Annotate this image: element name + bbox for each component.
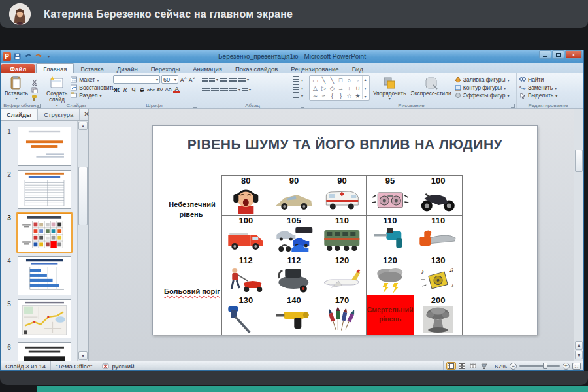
normal-view-button[interactable] (446, 362, 456, 370)
slide-thumbnail-5[interactable]: 5 (1, 299, 77, 338)
shape-outline-button[interactable]: Контур фигуры▾ (455, 84, 510, 91)
shape-glyph[interactable]: } (336, 92, 345, 100)
noise-cell-hammer-drill[interactable]: 110 (366, 216, 414, 255)
shapes-gallery[interactable]: ▭╲╲□○◦△▷◇→↓∪∼≈{}☆★ ▴▾▾ (309, 75, 370, 101)
shape-glyph[interactable]: ○ (345, 76, 353, 84)
drawing-dialog-launcher[interactable] (511, 104, 515, 108)
zoom-out-icon[interactable]: − (510, 363, 517, 370)
thumbnail-preview-table-slide[interactable] (18, 170, 71, 209)
paste-button[interactable]: Вставить▾ (3, 75, 29, 101)
copy-icon[interactable] (31, 84, 38, 91)
numbering-icon[interactable] (209, 76, 215, 82)
language-indicator[interactable]: русский (112, 363, 134, 370)
slide-thumbnail-1[interactable]: 1 (1, 127, 77, 166)
thumbnail-preview-text-slide[interactable] (18, 342, 71, 361)
ribbon-tab-файл[interactable]: Файл (1, 64, 35, 73)
noise-cell-screaming-child[interactable]: 80 (222, 176, 270, 216)
shape-glyph[interactable]: ∼ (311, 92, 319, 100)
spellcheck-status[interactable]: русский (97, 361, 139, 370)
zoom-in-icon[interactable]: + (563, 363, 570, 370)
noise-cell-storm-cloud[interactable]: 120 (366, 255, 414, 295)
font-dialog-launcher[interactable] (193, 104, 197, 108)
shape-effects-button[interactable]: Эффекты фигур▾ (455, 92, 510, 99)
section-button[interactable]: Раздел▾ (71, 92, 114, 99)
previous-slide-icon[interactable]: ▲ (575, 341, 583, 350)
shape-glyph[interactable]: ≈ (319, 92, 328, 100)
select-button[interactable]: Выделить▾ (519, 92, 577, 99)
shape-glyph[interactable]: → (336, 84, 345, 92)
align-text-button[interactable]: ▾ (293, 84, 303, 91)
shape-glyph[interactable]: ☆ (345, 92, 353, 100)
slide-title[interactable]: РІВЕНЬ ШУМУ ТА ЙОГО ВПЛИВ НА ЛЮДИНУ (166, 137, 524, 152)
arrange-button[interactable]: Упорядочить▾ (372, 75, 408, 101)
shape-glyph[interactable]: ↓ (345, 84, 353, 92)
noise-cell-motorcycle[interactable]: 100 (414, 176, 463, 216)
layout-button[interactable]: Макет▾ (71, 76, 114, 83)
maximize-button[interactable] (552, 50, 564, 59)
noise-cell-fireworks[interactable]: 170 (318, 295, 367, 335)
replace-button[interactable]: ab Заменить▾ (519, 84, 577, 91)
ribbon-tab-дизайн[interactable]: Дизайн (110, 64, 144, 73)
thumbnail-preview-title-slide[interactable] (18, 127, 71, 166)
justify-icon[interactable] (229, 86, 237, 92)
shape-glyph[interactable]: { (328, 92, 336, 100)
shape-glyph[interactable]: ∪ (353, 84, 362, 92)
fit-to-window-icon[interactable]: ⛶ (572, 363, 581, 370)
thumbnail-preview-bar-chart-slide[interactable] (18, 256, 71, 295)
noise-cell-jackhammer[interactable]: 130 (222, 295, 270, 335)
strikethrough-button[interactable]: S (139, 86, 146, 93)
align-left-icon[interactable] (202, 86, 210, 92)
noise-cell-ambulance[interactable]: 90 (318, 176, 367, 216)
bold-button[interactable]: Ж (113, 86, 120, 93)
align-center-icon[interactable] (211, 86, 219, 92)
columns-icon[interactable] (242, 86, 248, 92)
decrease-indent-icon[interactable] (220, 76, 227, 82)
tab-outline[interactable]: Структура (38, 109, 80, 120)
find-button[interactable]: Найти (519, 76, 577, 83)
format-painter-icon[interactable] (31, 92, 38, 99)
zoom-slider[interactable] (519, 365, 560, 367)
align-right-icon[interactable] (220, 86, 228, 92)
noise-cell-sports-car[interactable]: 90 (270, 176, 318, 216)
dangerous-level-label[interactable]: Небезпечний рівень (162, 200, 222, 220)
character-spacing-button[interactable]: AV (156, 86, 163, 93)
ribbon-tab-анимация[interactable]: Анимация (186, 64, 229, 73)
thumbnail-preview-noise-table-slide[interactable] (18, 213, 71, 252)
clear-formatting-button[interactable]: abc (147, 86, 155, 93)
slide-thumbnail-3[interactable]: 3 (1, 213, 77, 252)
slideshow-view-button[interactable] (480, 362, 489, 370)
panel-scroll-thumb[interactable] (78, 167, 88, 225)
shape-fill-button[interactable]: Заливка фигуры▾ (455, 76, 510, 83)
slide-thumbnail-6[interactable]: 6 (1, 342, 77, 361)
shrink-font-button[interactable]: A˅ (188, 75, 195, 84)
zoom-slider-thumb[interactable] (543, 363, 547, 369)
ribbon-tab-рецензирование[interactable]: Рецензирование (284, 64, 345, 73)
convert-smartart-button[interactable]: ▾ (293, 92, 303, 99)
shape-glyph[interactable]: △ (311, 84, 319, 92)
grow-font-button[interactable]: A˄ (180, 75, 187, 84)
increase-indent-icon[interactable] (229, 76, 237, 82)
paragraph-dialog-launcher[interactable] (301, 104, 304, 108)
underline-button[interactable]: Ч (130, 86, 137, 93)
pain-threshold-label[interactable]: Больовий поріг (162, 287, 222, 297)
close-button[interactable]: × (565, 50, 582, 59)
ribbon-tab-показ-слайдов[interactable]: Показ слайдов (229, 64, 284, 73)
noise-cell-airplane[interactable]: 120 (318, 255, 367, 295)
shape-glyph[interactable]: ◦ (353, 76, 362, 84)
noise-cell-lawnmower[interactable]: 112 (222, 255, 270, 295)
reading-view-button[interactable] (468, 362, 478, 370)
shape-glyph[interactable]: ◇ (328, 84, 336, 92)
deadly-level-cell[interactable]: Смертельний рівень (366, 295, 414, 335)
next-slide-icon[interactable]: ▼ (575, 351, 583, 359)
shape-glyph[interactable]: ★ (353, 92, 362, 100)
noise-cell-boombox[interactable]: 95 (366, 176, 414, 216)
shape-glyph[interactable]: ▭ (311, 76, 319, 84)
editor-scroll-thumb[interactable] (575, 150, 583, 172)
shape-glyph[interactable]: ╲ (319, 76, 328, 84)
thumbnail-preview-map-slide[interactable] (18, 299, 71, 338)
panel-scroll-down-icon[interactable]: ▾ (78, 351, 88, 360)
font-size-combo[interactable]: 60▾ (161, 75, 178, 84)
bullets-icon[interactable] (202, 76, 208, 82)
italic-button[interactable]: К (122, 86, 129, 93)
noise-level-table[interactable]: 8090909510010010511011011011211212012013… (221, 175, 463, 335)
